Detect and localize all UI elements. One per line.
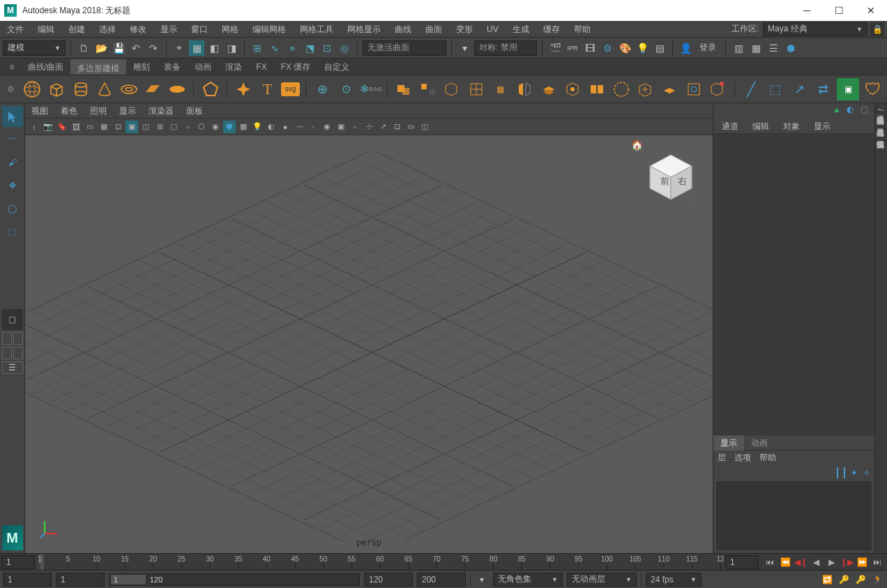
bridge-icon[interactable] — [562, 78, 584, 100]
menu-display[interactable]: 显示 — [153, 21, 184, 38]
vp-smooth-icon[interactable]: ◉ — [209, 121, 222, 133]
cb-tab-display[interactable]: 显示 — [808, 119, 836, 133]
play-back-icon[interactable]: ◀ — [809, 555, 823, 569]
time-slider[interactable]: 1 15101520253035404550556065707580859095… — [0, 553, 887, 570]
layer-move-down-icon[interactable] — [844, 468, 845, 478]
workspace-combobox[interactable]: Maya 经典 ▼ — [763, 22, 867, 36]
poly-superellipse-icon[interactable] — [233, 78, 255, 100]
window-close-button[interactable]: ✕ — [855, 0, 887, 21]
open-scene-icon[interactable]: 📂 — [93, 40, 109, 56]
sidetab-channelbox[interactable]: 通道盒/层编辑器 — [875, 103, 887, 117]
render-setup-icon[interactable]: ▤ — [652, 40, 667, 56]
shelf-tab-render[interactable]: 渲染 — [218, 59, 249, 75]
step-back-icon[interactable]: ◀❙ — [794, 555, 808, 569]
shelf-mash-icon[interactable]: 🛡 — [862, 78, 884, 100]
vp-field-chart-icon[interactable]: ⊞ — [153, 121, 166, 133]
select-tool[interactable] — [2, 106, 23, 127]
menu-cache[interactable]: 缓存 — [536, 21, 567, 38]
redo-icon[interactable]: ↷ — [146, 40, 161, 56]
vp-xray-icon[interactable]: ▫ — [349, 121, 361, 133]
layer-new-empty-icon[interactable]: ✦ — [851, 468, 858, 478]
sidetab-modeling-toolkit[interactable]: 建模工具包 — [875, 117, 887, 129]
fps-combobox[interactable]: 24 fps▼ — [646, 573, 702, 587]
offset-edge-icon[interactable]: ⬚ — [764, 78, 786, 100]
vp-gate-mask-icon[interactable]: ◫ — [139, 121, 152, 133]
layer-tab-anim[interactable]: 动画 — [744, 435, 775, 451]
vp-menu-lighting[interactable]: 照明 — [84, 103, 113, 119]
snap-live-icon[interactable]: ◎ — [337, 40, 352, 56]
set-key-icon[interactable]: 🔑 — [854, 573, 867, 587]
menu-mesh-display[interactable]: 网格显示 — [340, 21, 388, 38]
scale-tool[interactable]: ⬚ — [2, 221, 23, 242]
channel-box[interactable] — [713, 134, 874, 435]
select-mode-icon[interactable]: ▦ — [189, 40, 204, 56]
menu-deform[interactable]: 变形 — [449, 21, 480, 38]
menu-surface[interactable]: 曲面 — [418, 21, 449, 38]
characterset-combobox[interactable]: 无角色集▼ — [493, 573, 563, 587]
menu-create[interactable]: 创建 — [61, 21, 92, 38]
separate-icon[interactable] — [418, 78, 439, 100]
layer-new-selected-icon[interactable]: ✧ — [863, 468, 870, 478]
symmetry-field[interactable]: 对称: 禁用 — [474, 40, 537, 56]
vp-camera-select-icon[interactable]: ↕ — [28, 121, 40, 133]
prev-key-icon[interactable]: ⏪ — [778, 555, 792, 569]
poly-disc-icon[interactable] — [167, 78, 188, 100]
fill-hole-icon[interactable] — [611, 78, 632, 100]
render-frame-icon[interactable]: 🎬 — [547, 40, 563, 56]
layout-2v-icon[interactable] — [13, 332, 23, 345]
render-ipr-icon[interactable]: IPR — [565, 40, 580, 56]
shelf-tab-fx[interactable]: FX — [249, 59, 273, 75]
range-display-end-field[interactable]: 120 — [364, 573, 413, 587]
panel-layout-4-icon[interactable]: ⬢ — [783, 40, 798, 56]
combine-icon[interactable] — [393, 78, 415, 100]
connect-icon[interactable]: ↗ — [789, 78, 810, 100]
mirror-icon[interactable] — [514, 78, 536, 100]
paint-select-tool[interactable]: 🖌 — [2, 152, 23, 173]
freeze-transform-icon[interactable]: ❄0,0,0 — [360, 78, 381, 100]
poly-svg-icon[interactable]: svg — [281, 82, 300, 96]
prefs-icon[interactable]: 🏃 — [870, 573, 884, 587]
layout-4-icon[interactable] — [13, 347, 23, 359]
menu-edit-mesh[interactable]: 编辑网格 — [245, 21, 293, 38]
vp-menu-show[interactable]: 显示 — [113, 103, 142, 119]
shelf-tab-rigging[interactable]: 装备 — [157, 59, 188, 75]
shelf-xgen-icon[interactable]: ▣ — [837, 78, 859, 100]
vp-xray-joints-icon[interactable]: ⊹ — [363, 121, 375, 133]
shelf-tab-fxcache[interactable]: FX 缓存 — [274, 59, 318, 75]
menu-help[interactable]: 帮助 — [567, 21, 598, 38]
poly-plane-icon[interactable] — [142, 78, 164, 100]
cb-tab-object[interactable]: 对象 — [778, 119, 805, 133]
vp-ao-icon[interactable]: ● — [279, 121, 291, 133]
vp-textured-icon[interactable]: ▩ — [237, 121, 250, 133]
vp-isolate-icon[interactable]: ▣ — [335, 121, 347, 133]
vp-2d-icon[interactable]: ▭ — [84, 121, 96, 133]
menu-curve[interactable]: 曲线 — [388, 21, 418, 38]
layer-menu-help[interactable]: 帮助 — [759, 452, 776, 464]
select-object-icon[interactable]: ◨ — [224, 40, 239, 56]
window-maximize-button[interactable]: ☐ — [823, 0, 855, 21]
workspace-lock-button[interactable]: 🔒 — [870, 22, 884, 36]
center-pivot-icon[interactable]: ⊙ — [336, 78, 358, 100]
vp-stereo-icon[interactable]: ◫ — [418, 121, 431, 133]
range-thumb[interactable]: 1 120 — [111, 575, 146, 585]
layer-menu-options[interactable]: 选项 — [734, 452, 751, 464]
layer-list[interactable] — [716, 481, 872, 550]
cb-tab-channel[interactable]: 通道 — [716, 119, 744, 133]
cb-tab-edit[interactable]: 编辑 — [747, 119, 775, 133]
menu-edit[interactable]: 编辑 — [31, 21, 61, 38]
shelf-gear-icon[interactable]: ⚙ — [3, 78, 19, 100]
symmetry-toggle-icon[interactable]: ▾ — [457, 40, 472, 56]
rotate-tool[interactable]: ◯ — [2, 198, 23, 219]
vp-menu-shading[interactable]: 着色 — [54, 103, 84, 119]
vp-wireframe-icon[interactable]: ⬡ — [195, 121, 208, 133]
window-minimize-button[interactable]: ─ — [791, 0, 823, 21]
snap-plane-icon[interactable]: ⬔ — [302, 40, 317, 56]
target-weld-icon[interactable] — [683, 78, 704, 100]
slide-edge-icon[interactable]: ⇄ — [812, 78, 834, 100]
cb-manip-icon[interactable]: ▲ — [833, 105, 842, 114]
vp-aa-icon[interactable]: ◦ — [307, 121, 319, 133]
menu-generate[interactable]: 生成 — [506, 21, 536, 38]
panel-layout-1-icon[interactable]: ▥ — [731, 40, 746, 56]
render-settings-icon[interactable]: ⚙ — [600, 40, 615, 56]
animlayer-combobox[interactable]: 无动画层▼ — [567, 573, 637, 587]
